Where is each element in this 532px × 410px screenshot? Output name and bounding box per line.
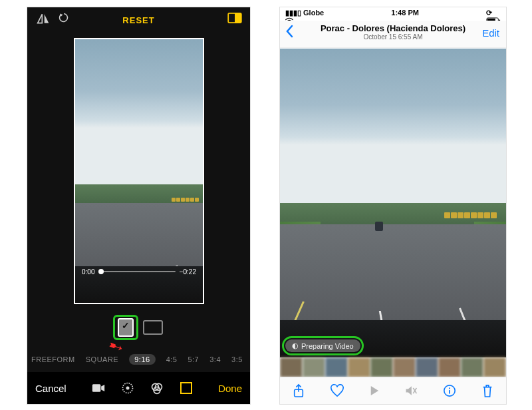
ratio-3-4[interactable]: 3:4 bbox=[209, 355, 221, 363]
chevron-signs bbox=[171, 192, 199, 204]
signal-icon: ▮▮▮▯ bbox=[285, 9, 301, 17]
ratio-square[interactable]: SQUARE bbox=[86, 355, 118, 363]
rotation-lock-icon: ⟳ bbox=[486, 9, 492, 17]
rotate-icon[interactable] bbox=[58, 13, 71, 26]
nav-bar: Porac - Dolores (Hacienda Dolores) Octob… bbox=[280, 21, 506, 48]
editor-bottom-bar: Cancel Done bbox=[27, 372, 250, 404]
portrait-orientation-button[interactable] bbox=[118, 318, 134, 337]
svg-point-13 bbox=[449, 387, 450, 389]
ratio-9-16[interactable]: 9:16 bbox=[129, 354, 155, 365]
trash-icon[interactable] bbox=[481, 383, 493, 398]
time-remaining: −0:22 bbox=[180, 268, 196, 276]
photo-sky bbox=[75, 39, 203, 187]
info-icon[interactable] bbox=[443, 384, 456, 397]
svg-rect-2 bbox=[92, 384, 101, 392]
scrubber-track[interactable] bbox=[98, 271, 175, 272]
editor-top-bar: RESET bbox=[27, 13, 250, 29]
aspect-ratio-icon[interactable] bbox=[227, 13, 242, 23]
time-current: 0:00 bbox=[82, 268, 94, 276]
status-time: 1:48 PM bbox=[391, 9, 419, 18]
photo-content[interactable]: ◐ Preparing Video bbox=[280, 49, 506, 357]
svg-point-4 bbox=[126, 387, 129, 390]
filters-mode-icon[interactable] bbox=[150, 381, 164, 395]
status-carrier: ▮▮▮▯ Globe bbox=[285, 9, 324, 18]
back-button[interactable] bbox=[285, 25, 293, 38]
adjust-mode-icon[interactable] bbox=[121, 381, 134, 395]
toolbar bbox=[280, 377, 506, 404]
crop-editor-screen: RESET 0:00 −0:22 bbox=[27, 7, 251, 405]
aspect-ratio-row[interactable]: FREEFORM SQUARE 9:16 4:5 5:7 3:4 3:5 bbox=[27, 352, 250, 367]
mute-icon[interactable] bbox=[404, 385, 418, 397]
thumbnail-strip[interactable] bbox=[280, 357, 506, 377]
flip-horizontal-icon[interactable] bbox=[37, 13, 50, 26]
edit-button[interactable]: Edit bbox=[482, 27, 499, 39]
ratio-3-5[interactable]: 3:5 bbox=[231, 355, 243, 363]
ratio-4-5[interactable]: 4:5 bbox=[166, 355, 178, 363]
reset-button[interactable]: RESET bbox=[122, 15, 154, 25]
crop-frame[interactable]: 0:00 −0:22 bbox=[74, 38, 204, 304]
photos-viewer-screen: ▮▮▮▯ Globe 1:48 PM ⟳ Porac - Dolores (Ha… bbox=[279, 7, 507, 405]
orientation-row bbox=[27, 315, 250, 339]
landscape-orientation-button[interactable] bbox=[143, 320, 163, 335]
favorite-icon[interactable] bbox=[330, 384, 344, 397]
photo-subtitle: October 15 6:55 AM bbox=[280, 33, 506, 41]
video-mode-icon[interactable] bbox=[92, 381, 105, 395]
vehicle bbox=[375, 222, 383, 231]
video-scrubber[interactable]: 0:00 −0:22 bbox=[82, 267, 196, 276]
cancel-button[interactable]: Cancel bbox=[35, 383, 66, 394]
share-icon[interactable] bbox=[293, 383, 305, 398]
play-icon[interactable] bbox=[370, 385, 379, 396]
svg-rect-1 bbox=[235, 13, 241, 23]
crop-mode-icon[interactable] bbox=[180, 381, 193, 395]
status-battery: ⟳ bbox=[486, 9, 501, 18]
svg-rect-14 bbox=[449, 390, 450, 393]
ratio-5-7[interactable]: 5:7 bbox=[188, 355, 199, 363]
photo-title: Porac - Dolores (Hacienda Dolores) bbox=[280, 21, 506, 33]
status-bar: ▮▮▮▯ Globe 1:48 PM ⟳ bbox=[280, 7, 506, 19]
ratio-freeform[interactable]: FREEFORM bbox=[31, 355, 75, 363]
chevron-signs bbox=[444, 209, 497, 221]
done-button[interactable]: Done bbox=[218, 383, 242, 394]
